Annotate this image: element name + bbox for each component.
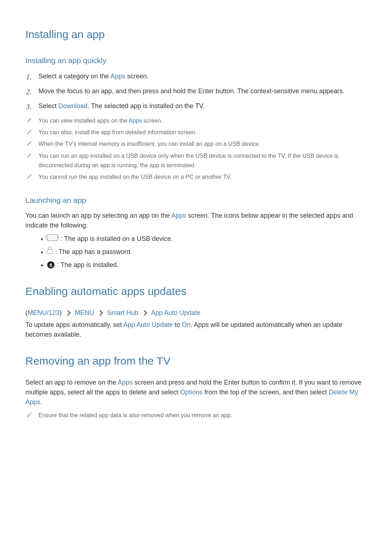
step-text: Select a category on the (38, 73, 110, 80)
note-text: You can run an app installed on a USB de… (38, 153, 339, 168)
step-2: 2. Move the focus to an app, and then pr… (25, 86, 367, 96)
note-row: You can run an app installed on a USB de… (25, 151, 367, 171)
icon-item-usb: : The app is installed on a USB device. (47, 234, 367, 244)
installed-icon (47, 261, 54, 268)
paren-close: ) (60, 309, 62, 316)
step-3: 3. Select Download. The selected app is … (25, 101, 367, 111)
note-row: You can also, install the app from detai… (25, 128, 367, 137)
chevron-right-icon (97, 310, 103, 316)
path-appautoupdate: App Auto Update (151, 309, 200, 316)
link-apps: Apps (118, 379, 132, 386)
menu-path: (MENU/123) MENU Smart Hub App Auto Updat… (25, 308, 367, 318)
chevron-right-icon (65, 310, 71, 316)
pencil-icon (26, 117, 32, 123)
text: to (173, 321, 182, 328)
path-menu: MENU (75, 309, 94, 316)
text: To update apps automatically, set (25, 321, 123, 328)
subheading-launching: Launching an app (25, 194, 367, 206)
step-1: 1. Select a category on the Apps screen. (25, 71, 367, 81)
note-text: When the TV's internal memory is insuffi… (38, 141, 260, 147)
pencil-icon (26, 128, 32, 134)
link-apps: Apps (128, 118, 142, 124)
step-number: 3. (26, 101, 32, 112)
text: Select an app to remove on the (25, 379, 118, 386)
note-text-post: screen. (142, 118, 163, 124)
usb-device-icon (47, 234, 58, 244)
link-apps: Apps (171, 212, 186, 219)
pencil-icon (26, 173, 32, 179)
heading-removing-app: Removing an app from the TV (25, 353, 367, 369)
icon-legend-list: : The app is installed on a USB device. … (25, 234, 367, 270)
step-text-post: screen. (125, 73, 148, 80)
note-row: You cannot run the app installed on the … (25, 172, 367, 182)
note-text: You cannot run the app installed on the … (38, 174, 232, 180)
path-smarthub: Smart Hub (107, 309, 138, 316)
heading-installing-an-app: Installing an app (25, 26, 367, 42)
link-apps: Apps (110, 73, 125, 80)
note-text: Ensure that the related app data is also… (38, 412, 232, 418)
note-row: You can view installed apps on the Apps … (25, 116, 367, 126)
heading-enabling-updates: Enabling automatic apps updates (25, 283, 367, 299)
note-text: You can view installed apps on the (38, 118, 128, 124)
link-app-auto-update: App Auto Update (123, 321, 173, 328)
link-on: On (182, 321, 191, 328)
link-options: Options (180, 389, 203, 396)
install-steps-list: 1. Select a category on the Apps screen.… (25, 71, 367, 111)
icon-item-password: : The app has a password. (47, 247, 367, 257)
text: from the top of the screen, and then sel… (203, 389, 328, 396)
note-row: When the TV's internal memory is insuffi… (25, 139, 367, 149)
step-number: 1. (26, 71, 32, 82)
pencil-icon (26, 411, 32, 417)
icon-item-text: : The app has a password. (55, 248, 132, 255)
link-download: Download (58, 102, 87, 110)
step-text-post: . The selected app is installed on the T… (87, 102, 205, 110)
step-number: 2. (26, 86, 32, 97)
launching-body: You can launch an app by selecting an ap… (25, 211, 367, 230)
note-row: Ensure that the related app data is also… (25, 411, 367, 420)
pencil-icon (26, 152, 32, 158)
icon-item-text: : The app is installed on a USB device. (61, 235, 173, 242)
text: . (40, 398, 42, 406)
subheading-installing-quickly: Installing an app quickly (25, 55, 367, 66)
path-menu123: MENU/123 (28, 309, 60, 316)
icon-item-installed: : The app is installed. (47, 260, 367, 270)
text: You can launch an app by selecting an ap… (25, 212, 171, 219)
lock-icon (47, 247, 53, 257)
note-text: You can also, install the app from detai… (38, 129, 197, 135)
icon-item-text: : The app is installed. (57, 261, 119, 268)
pencil-icon (26, 140, 32, 146)
step-text: Select (38, 102, 58, 110)
enabling-body: To update apps automatically, set App Au… (25, 320, 367, 340)
step-text: Move the focus to an app, and then press… (38, 87, 344, 95)
chevron-right-icon (142, 310, 147, 316)
removing-body: Select an app to remove on the Apps scre… (25, 378, 367, 407)
